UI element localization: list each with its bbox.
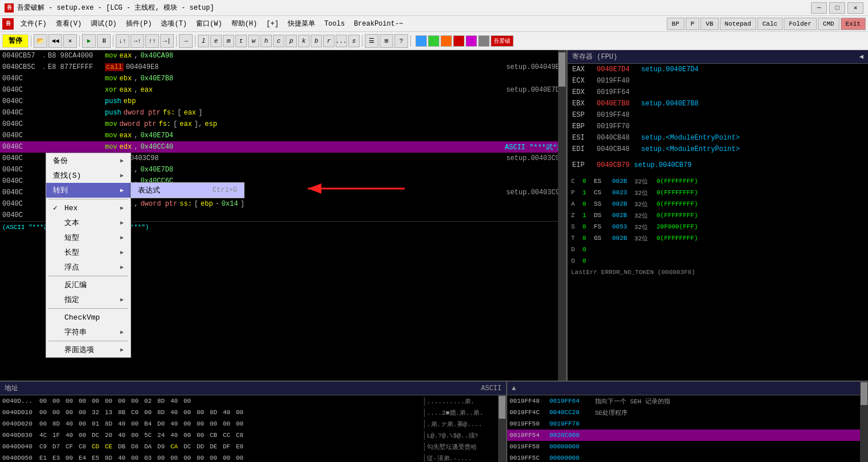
toolbar-step-into[interactable]: ↓↑ bbox=[116, 34, 129, 48]
ctx-assign[interactable]: 指定 ▶ bbox=[46, 292, 131, 307]
toolbar-color-2[interactable] bbox=[428, 35, 439, 47]
stack-row-0[interactable]: 0019FF48 0019FF64 指向下一个 SEH 记录的指 bbox=[507, 395, 868, 407]
mem-row-5[interactable]: 0040D050 E1E300E4 E58D4000 03000000 0000… bbox=[0, 452, 506, 462]
tool-p[interactable]: P bbox=[686, 18, 700, 30]
toolbar-help[interactable]: ? bbox=[394, 34, 408, 48]
stack-row-1[interactable]: 0019FF4C 0040CC28 SE处理程序 bbox=[507, 407, 868, 418]
toolbar-grid[interactable]: ⊞ bbox=[380, 34, 393, 48]
disasm-row-1[interactable]: 0040CB57 . B8 98CA4000 mov eax,0x40CA98 bbox=[0, 50, 566, 62]
ctx-short[interactable]: 短型 ▶ bbox=[46, 230, 131, 245]
ctx-checkvmp[interactable]: CheckVmp bbox=[46, 310, 131, 325]
toolbar-open[interactable]: 📂 bbox=[34, 34, 47, 48]
menu-file[interactable]: 文件(F) bbox=[16, 16, 51, 31]
disasm-scroll-thumb[interactable] bbox=[559, 52, 565, 87]
toolbar-color-5[interactable] bbox=[466, 35, 477, 47]
close-button[interactable]: ✕ bbox=[847, 2, 863, 14]
menu-plus[interactable]: [+] bbox=[262, 16, 283, 31]
toolbar-s[interactable]: s bbox=[348, 35, 360, 47]
toolbar-list[interactable]: ☰ bbox=[365, 34, 378, 48]
toolbar-separator-2 bbox=[79, 35, 80, 47]
tool-cmd[interactable]: CMD bbox=[818, 18, 840, 30]
disasm-row-4[interactable]: 0040C xor eax,eax setup.0040E7D4 bbox=[0, 84, 566, 96]
disasm-row-6[interactable]: 0040C push dword ptr fs:[eax] bbox=[0, 107, 566, 118]
tool-folder[interactable]: Folder bbox=[784, 18, 817, 30]
stack-row-2[interactable]: 0019FF50 0019FF70 bbox=[507, 418, 868, 430]
toolbar-dots[interactable]: ... bbox=[336, 35, 347, 47]
mem-row-4[interactable]: 0040D040 C9D7CFC8 CDCEDBD8 DAD9CADC DDDE… bbox=[0, 441, 506, 452]
toolbar-color-3[interactable] bbox=[441, 35, 452, 47]
ctx-goto-expression[interactable]: 表达式 Ctrl+G bbox=[131, 183, 244, 198]
toolbar-step-out[interactable]: ↑↑ bbox=[145, 34, 159, 48]
stack-scrollbar[interactable] bbox=[860, 382, 868, 462]
menu-plugins[interactable]: 插件(P) bbox=[121, 16, 157, 31]
disasm-row-9-selected[interactable]: 0040C mov edx,0x40CC40 ASCII "***武*汉 bbox=[0, 141, 566, 153]
toolbar-color-1[interactable] bbox=[415, 35, 427, 47]
toolbar-h[interactable]: h bbox=[260, 35, 272, 47]
toolbar-step-over[interactable]: →↑ bbox=[131, 34, 144, 48]
registers-collapse[interactable]: ◀ bbox=[859, 52, 863, 61]
menu-help[interactable]: 帮助(H) bbox=[227, 16, 262, 31]
memory-scroll-thumb[interactable] bbox=[499, 396, 506, 419]
tool-exit[interactable]: Exit bbox=[841, 18, 866, 30]
toolbar-c[interactable]: c bbox=[273, 35, 284, 47]
mem-row-0[interactable]: 0040D... 00000000 00000000 028D4000 ....… bbox=[0, 395, 506, 407]
toolbar-arrow-r[interactable]: → bbox=[179, 34, 193, 48]
ctx-backup[interactable]: 备份 ▶ bbox=[46, 153, 131, 168]
memory-scrollbar[interactable] bbox=[498, 395, 506, 462]
pause-button[interactable]: 暂停 bbox=[2, 34, 28, 48]
stack-row-3-selected[interactable]: 0019FF54 0020C000 bbox=[507, 430, 868, 441]
toolbar-w[interactable]: w bbox=[248, 35, 259, 47]
maximize-button[interactable]: □ bbox=[829, 2, 845, 14]
menu-tools[interactable]: Tools bbox=[320, 16, 349, 31]
toolbar-run[interactable]: ▶ bbox=[82, 34, 96, 48]
stack-row-5[interactable]: 0019FF5C 00000000 bbox=[507, 452, 868, 462]
menu-window[interactable]: 窗口(W) bbox=[191, 16, 227, 31]
toolbar-e[interactable]: e bbox=[210, 35, 222, 47]
toolbar-color-6[interactable] bbox=[478, 35, 490, 47]
disasm-row-5[interactable]: 0040C push ebp bbox=[0, 96, 566, 107]
toolbar-p[interactable]: p bbox=[286, 35, 297, 47]
menu-debug[interactable]: 调试(D) bbox=[86, 16, 121, 31]
ctx-hex[interactable]: ✓ Hex ▶ bbox=[46, 201, 131, 215]
tool-calc[interactable]: Calc bbox=[757, 18, 783, 30]
tool-vb[interactable]: VB bbox=[700, 18, 718, 30]
ctx-ui-options[interactable]: 界面选项 ▶ bbox=[46, 342, 131, 357]
ctx-float[interactable]: 浮点 ▶ bbox=[46, 260, 131, 275]
mem-row-2[interactable]: 0040D020 008D4000 018D4000 B4D04000 0000… bbox=[0, 418, 506, 430]
minimize-button[interactable]: ─ bbox=[811, 2, 827, 14]
disasm-scrollbar[interactable] bbox=[558, 50, 566, 381]
disasm-row-2[interactable]: 0040CB5C . E8 877EFFFF call 004049E8 set… bbox=[0, 62, 566, 73]
tool-notepad[interactable]: Notepad bbox=[720, 18, 756, 30]
tool-bp[interactable]: BP bbox=[667, 18, 684, 30]
toolbar-t[interactable]: t bbox=[235, 35, 247, 47]
ctx-text[interactable]: 文本 ▶ bbox=[46, 215, 131, 230]
menu-view[interactable]: 查看(V) bbox=[51, 16, 87, 31]
toolbar-k[interactable]: k bbox=[298, 35, 309, 47]
menu-options[interactable]: 选项(T) bbox=[156, 16, 191, 31]
ctx-strings[interactable]: 字符串 ▶ bbox=[46, 325, 131, 340]
ctx-disasm[interactable]: 反汇编 bbox=[46, 277, 131, 292]
toolbar-prev[interactable]: ◀◀ bbox=[48, 34, 62, 48]
ctx-separator-4 bbox=[48, 341, 128, 341]
disasm-row-7[interactable]: 0040C mov dword ptr fs:[eax],esp bbox=[0, 118, 566, 130]
stack-scroll-thumb[interactable] bbox=[861, 382, 867, 405]
ctx-goto[interactable]: 转到 ▶ bbox=[46, 183, 131, 198]
ctx-long[interactable]: 长型 ▶ bbox=[46, 245, 131, 260]
toolbar-pause2[interactable]: ⏸ bbox=[97, 34, 111, 48]
toolbar-m[interactable]: m bbox=[223, 35, 234, 47]
mem-row-1[interactable]: 0040D010 00000000 32138BC0 008D4000 008D… bbox=[0, 407, 506, 418]
ctx-find[interactable]: 查找(S) ▶ bbox=[46, 168, 131, 183]
toolbar-l[interactable]: l bbox=[198, 35, 209, 47]
menu-shortcuts[interactable]: 快捷菜单 bbox=[283, 16, 320, 31]
toolbar-ai-btn[interactable]: 吾爱破 bbox=[491, 35, 514, 47]
menu-breakpoint[interactable]: BreakPoint-~ bbox=[349, 16, 407, 31]
mem-row-3[interactable]: 0040D030 4C1F4000 DC204000 5C244000 00CB… bbox=[0, 430, 506, 441]
toolbar-run-to[interactable]: →| bbox=[160, 34, 174, 48]
disasm-row-3[interactable]: 0040C mov ebx,0x40E7B8 bbox=[0, 73, 566, 84]
disasm-row-8[interactable]: 0040C mov eax,0x40E7D4 bbox=[0, 130, 566, 141]
toolbar-x[interactable]: ✕ bbox=[63, 34, 77, 48]
toolbar-color-4[interactable] bbox=[453, 35, 464, 47]
toolbar-r[interactable]: r bbox=[323, 35, 335, 47]
stack-row-4[interactable]: 0019FF58 00000000 bbox=[507, 441, 868, 452]
toolbar-b[interactable]: b bbox=[311, 35, 322, 47]
